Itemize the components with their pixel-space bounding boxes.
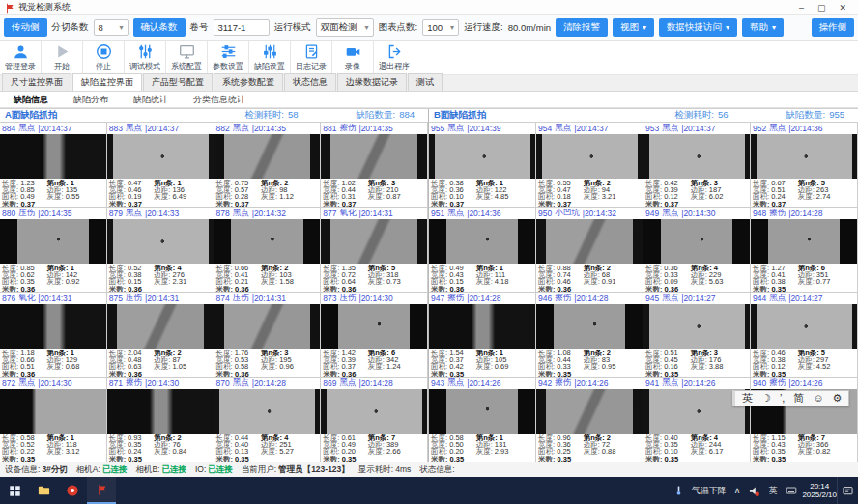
view-menu-button[interactable]: 视图 [613,18,654,37]
defect-image[interactable] [0,219,106,264]
action-params-sliders-button[interactable]: 参数设置 [208,41,249,74]
defect-image[interactable] [644,219,750,264]
action-defect-sliders-button[interactable]: 缺陷设置 [249,41,291,74]
defect-image[interactable] [644,304,750,349]
taskbar-red-app-button[interactable] [58,477,87,504]
sub-tab-0[interactable]: 缺陷信息 [14,94,48,106]
defect-image[interactable] [214,304,321,349]
defect-image[interactable] [536,219,643,264]
defect-image[interactable] [0,134,106,179]
defect-image[interactable] [751,219,857,264]
sub-tab-1[interactable]: 缺陷分布 [73,94,108,106]
defect-image[interactable] [107,134,214,179]
defect-image[interactable] [107,304,214,349]
sub-tab-3[interactable]: 分类信息统计 [193,94,245,106]
ime-simplified-chinese[interactable]: 简 [793,391,804,406]
defect-image[interactable] [751,134,857,179]
defect-card[interactable]: 954黑点|20:14:37 长度: 0.55 宽度: 0.47 面积: 0.1… [536,123,644,208]
defect-card[interactable]: 873压伤|20:14:30 长度: 1.42 宽度: 0.39 面积: 0.3… [321,293,428,378]
main-tab-2[interactable]: 产品型号配置 [143,73,213,91]
defect-card[interactable]: 871擦伤|20:14:30 长度: 0.93 宽度: 0.35 面积: 0.2… [107,378,214,462]
action-stop-button[interactable]: 停止 [83,41,125,74]
defect-image[interactable] [644,134,750,179]
chevron-up-icon[interactable]: ∧ [734,486,741,495]
defect-image[interactable] [0,304,106,349]
defect-image[interactable] [107,219,214,264]
defect-card[interactable]: 943黑点|20:14:26 长度: 0.58 宽度: 0.50 面积: 0.2… [429,378,536,462]
defect-card[interactable]: 874压伤|20:14:31 长度: 1.76 宽度: 0.53 面积: 0.5… [214,293,322,378]
defect-image[interactable] [214,219,321,264]
action-debug-sliders-button[interactable]: 调试模式 [125,41,166,74]
ime-lang-english[interactable]: 英 [742,391,753,406]
taskbar-flag-app-button[interactable] [87,477,116,504]
defect-card[interactable]: 876氧化|20:14:31 长度: 1.18 宽度: 0.66 面积: 0.5… [0,293,107,378]
defect-card[interactable]: 952黑点|20:14:36 长度: 0.67 宽度: 0.51 面积: 0.2… [751,123,858,208]
slit-count-select[interactable]: 8 [94,19,129,36]
defect-card[interactable]: 879黑点|20:14:33 长度: 0.52 宽度: 0.38 面积: 0.1… [107,208,214,293]
defect-image[interactable] [751,304,857,349]
main-tab-4[interactable]: 状态信息 [284,73,336,91]
defect-card[interactable]: 882黑点|20:14:35 长度: 0.75 宽度: 0.57 面积: 0.2… [214,123,322,208]
taskbar-clock[interactable]: 20:14 2025/2/10 [802,482,837,499]
defect-card[interactable]: 869黑点|20:14:28 长度: 0.61 宽度: 0.49 面积: 0.2… [321,378,428,462]
defect-card[interactable]: 946擦伤|20:14:28 长度: 1.08 宽度: 0.44 面积: 0.3… [536,293,644,378]
defect-card[interactable]: 953黑点|20:14:37 长度: 0.42 宽度: 0.39 面积: 0.1… [644,123,751,208]
defect-card[interactable]: 944黑点|20:14:27 长度: 0.46 宽度: 0.38 面积: 0.1… [751,293,858,378]
defect-card[interactable]: 942擦伤|20:14:26 长度: 0.96 宽度: 0.36 面积: 0.2… [536,378,644,462]
defect-card[interactable]: 875压伤|20:14:31 长度: 2.04 宽度: 0.48 面积: 0.6… [107,293,214,378]
defect-image[interactable] [214,134,321,179]
defect-card[interactable]: 955黑点|20:14:39 长度: 0.38 宽度: 0.36 面积: 0.1… [429,123,536,208]
sub-tab-2[interactable]: 缺陷统计 [133,94,168,106]
volume-icon[interactable] [748,485,760,497]
keyboard-icon[interactable] [785,485,798,496]
action-exit-button[interactable]: 退出程序 [374,41,415,74]
close-icon[interactable]: ✕ [839,1,846,14]
minimize-icon[interactable]: – [799,1,804,14]
defect-card[interactable]: 877氧化|20:14:31 长度: 1.35 宽度: 0.72 面积: 0.6… [321,208,428,293]
ime-toolbar[interactable]: 英☽’,简☺⚙ [732,390,849,406]
main-tab-5[interactable]: 边缘数据记录 [337,73,407,91]
defect-image[interactable] [321,389,427,434]
defect-image[interactable] [429,219,535,264]
main-tab-0[interactable]: 尺寸监控界面 [2,73,72,91]
smiley-icon[interactable]: ☺ [813,391,823,406]
defect-card[interactable]: 951黑点|20:14:36 长度: 0.49 宽度: 0.43 面积: 0.1… [429,208,536,293]
action-play-button[interactable]: 开始 [42,41,83,74]
main-tab-3[interactable]: 系统参数配置 [214,73,283,91]
tray-text[interactable]: 气温下降 [692,485,727,497]
action-camera-button[interactable]: 录像 [332,41,374,74]
defect-card[interactable]: 878黑点|20:14:32 长度: 0.66 宽度: 0.41 面积: 0.2… [214,208,322,293]
main-tab-6[interactable]: 测试 [408,73,443,91]
defect-card[interactable]: 884黑点|20:14:37 长度: 1.23 宽度: 0.85 面积: 0.4… [0,123,107,208]
notification-center-button[interactable] [837,477,858,504]
defect-card[interactable]: 881擦伤|20:14:35 长度: 1.02 宽度: 0.44 面积: 0.3… [321,123,428,208]
thermometer-icon[interactable] [673,484,684,497]
defect-card[interactable]: 870黑点|20:14:28 长度: 0.44 宽度: 0.40 面积: 0.1… [214,378,322,462]
operate-side-button[interactable]: 操作侧 [812,18,855,37]
defect-card[interactable]: 948擦伤|20:14:28 长度: 1.27 宽度: 0.41 面积: 0.3… [751,208,858,293]
defect-image[interactable] [321,219,427,264]
defect-card[interactable]: 947擦伤|20:14:28 长度: 1.54 宽度: 0.37 面积: 0.4… [429,293,536,378]
defect-image[interactable] [429,134,535,179]
punctuation-icon[interactable]: ’, [780,391,786,406]
defect-image[interactable] [107,389,214,434]
defect-image[interactable] [321,134,427,179]
defect-image[interactable] [429,389,535,434]
defect-image[interactable] [536,389,643,434]
defect-image[interactable] [214,389,321,434]
defect-card[interactable]: 883黑点|20:14:37 长度: 0.47 宽度: 0.46 面积: 0.1… [107,123,214,208]
action-user-button[interactable]: 管理登录 [0,41,42,74]
defect-image[interactable] [0,389,106,434]
help-menu-button[interactable]: 帮助 [742,18,784,37]
defect-card[interactable]: 945黑点|20:14:27 长度: 0.51 宽度: 0.45 面积: 0.1… [644,293,751,378]
defect-image[interactable] [536,134,643,179]
defect-card[interactable]: 880压伤|20:14:35 长度: 0.85 宽度: 0.62 面积: 0.3… [0,208,107,293]
defect-image[interactable] [429,304,535,349]
chart-points-select[interactable]: 100 [422,19,459,36]
defect-card[interactable]: 872黑点|20:14:30 长度: 0.58 宽度: 0.52 面积: 0.2… [0,378,107,462]
run-mode-select[interactable]: 双面检测 [316,18,374,37]
maximize-icon[interactable]: ▢ [817,1,826,14]
clear-alarm-button[interactable]: 清除报警 [556,18,608,37]
defect-image[interactable] [536,304,643,349]
drive-side-button[interactable]: 传动侧 [4,18,47,37]
